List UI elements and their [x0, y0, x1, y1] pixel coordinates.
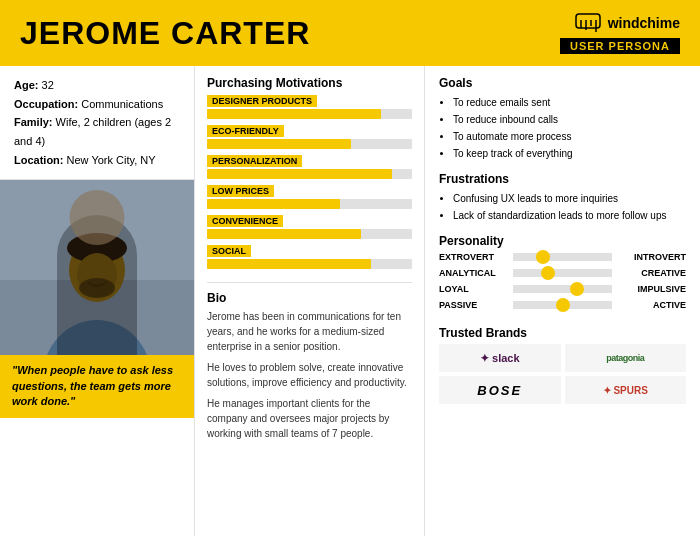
bio-text: Jerome has been in communications for te…	[207, 309, 412, 441]
brands-title: Trusted Brands	[439, 326, 686, 340]
personality-track	[513, 253, 612, 261]
brands-section: Trusted Brands ✦ slackpatagoniaBOSE✦ SPU…	[439, 326, 686, 404]
occupation-row: Occupation: Communications	[14, 95, 180, 114]
brand-logo: windchime	[574, 12, 680, 34]
personality-track	[513, 269, 612, 277]
age-label: Age:	[14, 79, 38, 91]
personality-row: ANALYTICAL CREATIVE	[439, 268, 686, 278]
right-column: Goals To reduce emails sentTo reduce inb…	[425, 66, 700, 536]
bar-track	[207, 109, 412, 119]
bar-track	[207, 169, 412, 179]
bar-fill	[207, 169, 392, 179]
svg-rect-6	[0, 180, 194, 280]
frustration-item: Lack of standardization leads to more fo…	[453, 207, 686, 224]
bio-section: Bio Jerome has been in communications fo…	[207, 282, 412, 447]
personality-row: EXTROVERT INTROVERT	[439, 252, 686, 262]
goal-item: To automate more process	[453, 128, 686, 145]
personality-track	[513, 285, 612, 293]
goal-item: To keep track of everything	[453, 145, 686, 162]
svg-point-10	[77, 253, 117, 297]
personality-label-left: ANALYTICAL	[439, 268, 509, 278]
personality-label-left: LOYAL	[439, 284, 509, 294]
personality-label-right: IMPULSIVE	[616, 284, 686, 294]
brand-item: BOSE	[439, 376, 561, 404]
occupation-label: Occupation:	[14, 98, 78, 110]
personality-section: Personality EXTROVERT INTROVERT ANALYTIC…	[439, 234, 686, 316]
family-row: Family: Wife, 2 children (ages 2 and 4)	[14, 113, 180, 150]
bar-fill	[207, 199, 340, 209]
bar-label: CONVENIENCE	[207, 215, 283, 227]
brand-name: windchime	[608, 15, 680, 31]
age-value: 32	[42, 79, 54, 91]
goal-item: To reduce inbound calls	[453, 111, 686, 128]
frustrations-title: Frustrations	[439, 172, 686, 186]
personality-row: LOYAL IMPULSIVE	[439, 284, 686, 294]
bar-label: DESIGNER PRODUCTS	[207, 95, 317, 107]
bar-item: CONVENIENCE	[207, 214, 412, 239]
middle-column: Purchasing Motivations DESIGNER PRODUCTS…	[195, 66, 425, 536]
bar-label: ECO-FRIENDLY	[207, 125, 284, 137]
goals-list: To reduce emails sentTo reduce inbound c…	[439, 94, 686, 162]
brand-item: patagonia	[565, 344, 687, 372]
bar-fill	[207, 229, 361, 239]
brand-item: ✦ SPURS	[565, 376, 687, 404]
header: JEROME CARTER windchime USER PERSONA	[0, 0, 700, 66]
bar-label: SOCIAL	[207, 245, 251, 257]
purchasing-title: Purchasing Motivations	[207, 76, 412, 90]
photo-svg	[0, 180, 194, 355]
svg-point-9	[67, 233, 127, 263]
quote-box: "When people have to ask less questions,…	[0, 355, 194, 417]
frustration-item: Confusing UX leads to more inquiries	[453, 190, 686, 207]
personality-rows: EXTROVERT INTROVERT ANALYTICAL CREATIVE …	[439, 252, 686, 310]
personality-title: Personality	[439, 234, 686, 248]
age-row: Age: 32	[14, 76, 180, 95]
personality-label-left: EXTROVERT	[439, 252, 509, 262]
svg-point-8	[69, 238, 125, 302]
purchasing-section: Purchasing Motivations DESIGNER PRODUCTS…	[207, 76, 412, 274]
bars-container: DESIGNER PRODUCTS ECO-FRIENDLY PERSONALI…	[207, 94, 412, 269]
page-title: JEROME CARTER	[20, 15, 310, 52]
personality-track	[513, 301, 612, 309]
goal-item: To reduce emails sent	[453, 94, 686, 111]
bar-item: LOW PRICES	[207, 184, 412, 209]
personality-label-right: ACTIVE	[616, 300, 686, 310]
occupation-value: Communications	[81, 98, 163, 110]
bar-fill	[207, 139, 351, 149]
goals-title: Goals	[439, 76, 686, 90]
personality-label-right: INTROVERT	[616, 252, 686, 262]
personality-label-left: PASSIVE	[439, 300, 509, 310]
persona-badge: USER PERSONA	[560, 38, 680, 54]
bar-label: LOW PRICES	[207, 185, 274, 197]
bar-item: SOCIAL	[207, 244, 412, 269]
goals-section: Goals To reduce emails sentTo reduce inb…	[439, 76, 686, 162]
personality-row: PASSIVE ACTIVE	[439, 300, 686, 310]
persona-photo	[0, 180, 194, 355]
header-right: windchime USER PERSONA	[560, 12, 680, 54]
svg-point-11	[79, 278, 115, 298]
svg-point-7	[42, 320, 152, 355]
bar-item: PERSONALIZATION	[207, 154, 412, 179]
personality-dot	[536, 250, 550, 264]
bar-item: ECO-FRIENDLY	[207, 124, 412, 149]
family-label: Family:	[14, 116, 53, 128]
frustrations-list: Confusing UX leads to more inquiriesLack…	[439, 190, 686, 224]
personality-dot	[556, 298, 570, 312]
brand-item: ✦ slack	[439, 344, 561, 372]
frustrations-section: Frustrations Confusing UX leads to more …	[439, 172, 686, 224]
bar-track	[207, 229, 412, 239]
bar-item: DESIGNER PRODUCTS	[207, 94, 412, 119]
windchime-icon	[574, 12, 602, 34]
bio-paragraph: He loves to problem solve, create innova…	[207, 360, 412, 390]
personality-dot	[541, 266, 555, 280]
personality-label-right: CREATIVE	[616, 268, 686, 278]
bio-paragraph: He manages important clients for the com…	[207, 396, 412, 441]
bar-track	[207, 259, 412, 269]
bar-track	[207, 139, 412, 149]
bar-label: PERSONALIZATION	[207, 155, 302, 167]
info-section: Age: 32 Occupation: Communications Famil…	[0, 66, 194, 180]
left-column: Age: 32 Occupation: Communications Famil…	[0, 66, 195, 536]
bar-track	[207, 199, 412, 209]
brands-grid: ✦ slackpatagoniaBOSE✦ SPURS	[439, 344, 686, 404]
location-row: Location: New York City, NY	[14, 151, 180, 170]
bio-title: Bio	[207, 291, 412, 305]
